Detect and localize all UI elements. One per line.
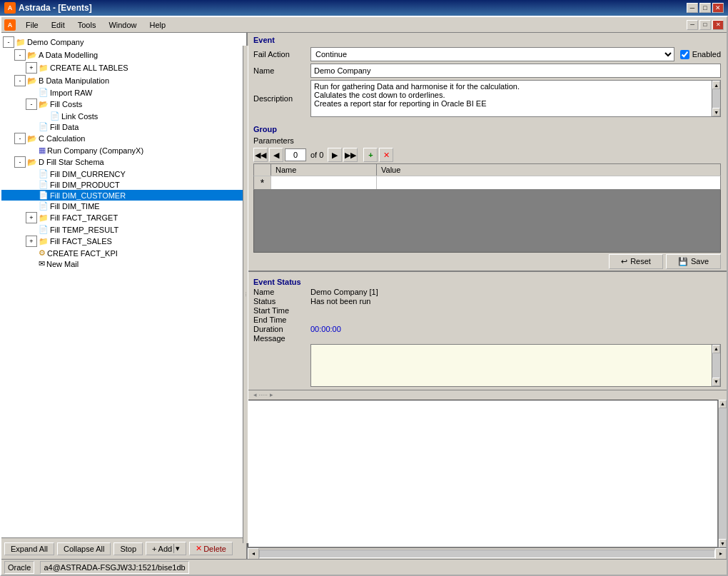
expand-all-button[interactable]: Expand All <box>4 542 54 555</box>
inner-restore-button[interactable]: □ <box>699 20 711 30</box>
tree-item-a-data-modelling[interactable]: - 📂 A Data Modelling <box>1 49 246 61</box>
msg-scroll-up[interactable]: ▲ <box>712 345 720 353</box>
tree-label-run-company: Run Company (CompanyX) <box>47 146 143 155</box>
params-row-0: * <box>253 176 721 190</box>
action-buttons-area: ↩ Reset 💾 Save <box>248 253 727 271</box>
nav-first-button[interactable]: ◀◀ <box>253 148 268 162</box>
name-input[interactable] <box>310 64 721 78</box>
description-textarea[interactable]: Run for gathering Data and harmonise it … <box>310 80 712 117</box>
tree-item-link-costs[interactable]: 📄 Link Costs <box>1 111 246 121</box>
tree-item-fill-fact-sales[interactable]: + 📁 Fill FACT_SALES <box>1 235 246 248</box>
status-bar: Oracle a4@ASTRADA-FSGJW3J:1521/bise1db <box>1 559 727 575</box>
description-scrollbar[interactable]: ▲ ▼ <box>712 80 721 117</box>
delete-button[interactable]: ✕ Delete <box>189 542 233 555</box>
tree-item-c-calculation[interactable]: - 📂 C Calculation <box>1 132 246 145</box>
tree-item-fill-dim-currency[interactable]: 📄 Fill DIM_CURRENCY <box>1 168 246 179</box>
expander-demo-company[interactable]: - <box>3 36 14 48</box>
status-bar-connection: a4@ASTRADA-FSGJW3J:1521/bise1db <box>40 561 188 574</box>
file-icon-fill-temp-result: 📄 <box>39 225 49 234</box>
tree-item-demo-company[interactable]: - 📁 Demo Company <box>1 36 246 49</box>
restore-button[interactable]: □ <box>699 3 711 13</box>
file-icon-fill-dim-time: 📄 <box>39 201 49 211</box>
enabled-checkbox[interactable] <box>680 50 689 59</box>
bottom-scroll-up[interactable]: ▲ <box>719 400 727 408</box>
tree-item-fill-costs[interactable]: - 📂 Fill Costs <box>1 98 246 111</box>
hscroll-right-btn[interactable]: ▸ <box>715 548 727 560</box>
tree-item-fill-dim-product[interactable]: 📄 Fill DIM_PRODUCT <box>1 179 246 190</box>
expander-fill-fact-sales[interactable]: + <box>26 236 37 247</box>
tree-label-d-fill-star: D Fill Star Schema <box>39 158 104 166</box>
folder-icon-b-data-manipulation: 📂 <box>27 76 37 86</box>
folder-icon-d-fill-star: 📂 <box>27 158 37 167</box>
fail-action-select[interactable]: Continue <box>310 47 674 61</box>
nav-prev-button[interactable]: ◀ <box>269 148 283 162</box>
tree-item-fill-dim-time[interactable]: 📄 Fill DIM_TIME <box>1 201 246 211</box>
tree-label-fill-dim-currency: Fill DIM_CURRENCY <box>50 170 126 178</box>
tree-label-fill-dim-product: Fill DIM_PRODUCT <box>50 181 120 189</box>
message-scrollbar[interactable]: ▲ ▼ <box>712 344 721 387</box>
tree-item-fill-dim-customer[interactable]: 📄 Fill DIM_CUSTOMER <box>1 190 246 201</box>
msg-scroll-down[interactable]: ▼ <box>712 378 720 386</box>
bottom-scroll-down[interactable]: ▼ <box>719 539 727 547</box>
menu-help[interactable]: Help <box>144 19 172 31</box>
params-hscrollbar: ◂ ····· ▸ <box>248 390 727 400</box>
tree-buttons-bar: Expand All Collapse All Stop + Add ▾ ✕ D… <box>1 537 246 559</box>
bottom-vscrollbar[interactable]: ▲ ▼ <box>718 400 727 548</box>
tree-item-fill-data[interactable]: 📄 Fill Data <box>1 121 246 132</box>
params-value-input-0[interactable] <box>377 176 720 189</box>
save-button[interactable]: 💾 Save <box>666 254 721 269</box>
tree-item-fill-temp-result[interactable]: 📄 Fill TEMP_RESULT <box>1 224 246 235</box>
collapse-all-button[interactable]: Collapse All <box>57 542 111 555</box>
nav-page-input[interactable] <box>285 148 306 161</box>
status-status-value: Has not been run <box>310 297 721 305</box>
bottom-white-area <box>248 400 718 548</box>
params-label-area: Parameters <box>248 135 727 146</box>
menu-file[interactable]: File <box>20 19 44 31</box>
nav-last-button[interactable]: ▶▶ <box>343 148 358 162</box>
add-dropdown-icon[interactable]: ▾ <box>173 544 180 553</box>
expander-a-data-modelling[interactable]: - <box>14 49 26 61</box>
status-duration-label: Duration <box>253 325 310 333</box>
params-name-input-0[interactable] <box>271 176 376 189</box>
tree-item-fill-fact-target[interactable]: + 📁 Fill FACT_TARGET <box>1 211 246 224</box>
tree-item-import-raw[interactable]: 📄 Import RAW <box>1 87 246 98</box>
minimize-button[interactable]: ─ <box>687 3 698 13</box>
menu-edit[interactable]: Edit <box>46 19 71 31</box>
delete-param-button[interactable]: ✕ <box>379 148 393 162</box>
tree-label-c-calculation: C Calculation <box>39 134 85 143</box>
hscroll-left-btn[interactable]: ◂ <box>248 548 259 560</box>
tree-label-create-all-tables: CREATE ALL TABLES <box>50 64 128 72</box>
tree-item-d-fill-star[interactable]: - 📂 D Fill Star Schema <box>1 156 246 168</box>
params-toolbar: ◀◀ ◀ of 0 ▶ ▶▶ + ✕ <box>248 146 727 163</box>
menu-window[interactable]: Window <box>103 19 142 31</box>
tree-item-b-data-manipulation[interactable]: - 📂 B Data Manipulation <box>1 74 246 87</box>
tree-label-fill-dim-customer: Fill DIM_CUSTOMER <box>50 191 126 200</box>
stop-button[interactable]: Stop <box>113 542 143 555</box>
add-icon: + <box>152 545 156 553</box>
reset-button[interactable]: ↩ Reset <box>609 254 663 269</box>
add-param-button[interactable]: + <box>363 148 378 162</box>
tree-item-create-fact-kpi[interactable]: ⚙ CREATE FACT_KPI <box>1 248 246 258</box>
tree-item-create-all-tables[interactable]: + 📁 CREATE ALL TABLES <box>1 61 246 74</box>
bottom-section: ▲ ▼ <box>248 400 727 548</box>
expander-d-fill-star[interactable]: - <box>14 156 26 168</box>
nav-next-button[interactable]: ▶ <box>328 148 342 162</box>
close-button[interactable]: ✕ <box>712 3 724 13</box>
inner-close-button[interactable]: ✕ <box>712 20 724 30</box>
inner-minimize-button[interactable]: ─ <box>687 20 698 30</box>
expander-c-calculation[interactable]: - <box>14 133 26 144</box>
tree-label-new-mail: New Mail <box>46 260 79 268</box>
save-icon: 💾 <box>678 257 688 266</box>
params-grid-area: Name Value * <box>253 163 721 253</box>
expander-fill-costs[interactable]: - <box>26 98 37 110</box>
add-button[interactable]: + Add ▾ <box>146 542 186 555</box>
expander-create-all-tables[interactable]: + <box>26 62 37 74</box>
status-message-spacer <box>310 334 721 343</box>
menu-tools[interactable]: Tools <box>72 19 102 31</box>
tree-item-new-mail[interactable]: ✉ New Mail <box>1 258 246 269</box>
expander-b-data-manipulation[interactable]: - <box>14 75 26 86</box>
expander-fill-fact-target[interactable]: + <box>26 212 37 223</box>
message-textarea[interactable] <box>310 344 712 387</box>
status-status-label: Status <box>253 297 310 305</box>
tree-item-run-company[interactable]: ▦ Run Company (CompanyX) <box>1 145 246 156</box>
